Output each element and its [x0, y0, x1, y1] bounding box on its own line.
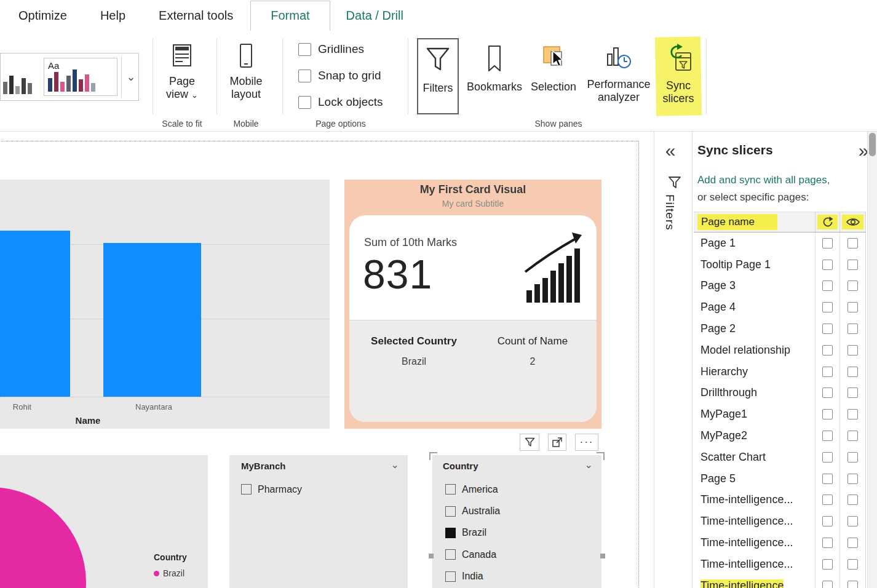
page-view-label: Page view — [166, 75, 195, 100]
unchecked-checkbox-icon[interactable] — [445, 571, 456, 582]
chevron-down-icon[interactable]: ⌄ — [585, 459, 593, 471]
visibility-checkbox[interactable] — [847, 452, 858, 463]
visibility-checkbox[interactable] — [847, 387, 858, 398]
selection-pane-button[interactable]: Selection — [526, 38, 581, 114]
sync-page-row: Time-intelligence... — [694, 532, 865, 554]
sync-checkbox[interactable] — [822, 280, 833, 291]
slicer-option-pharmacy[interactable]: Pharmacy — [241, 479, 403, 500]
chevron-down-icon[interactable]: ⌄ — [391, 459, 399, 471]
page-view-button[interactable]: Page view ⌄ — [161, 38, 203, 101]
visibility-checkbox[interactable] — [847, 260, 858, 270]
gallery-dropdown-button[interactable]: ⌄ — [122, 54, 140, 100]
vertical-scrollbar[interactable] — [867, 132, 877, 588]
sync-checkbox[interactable] — [822, 367, 833, 377]
tab-optimize[interactable]: Optimize — [18, 9, 67, 23]
visibility-checkbox[interactable] — [847, 367, 858, 377]
focus-mode-button[interactable] — [548, 434, 566, 451]
filters-pane-vertical-label[interactable]: Filters — [663, 194, 677, 231]
slicer-option-brazil[interactable]: Brazil — [445, 522, 597, 544]
visibility-checkbox[interactable] — [847, 474, 858, 484]
sync-checkbox[interactable] — [822, 409, 833, 419]
sync-checkbox[interactable] — [822, 302, 833, 312]
bookmarks-pane-button[interactable]: Bookmarks — [465, 38, 524, 114]
sync-slicers-pane-button[interactable]: Sync slicers — [658, 38, 699, 114]
sync-checkbox[interactable] — [822, 559, 833, 570]
bar-rohit[interactable] — [0, 231, 70, 397]
country-slicer-visual[interactable]: Country ⌄ AmericaAustraliaBrazilCanadaIn… — [432, 455, 601, 588]
sync-checkbox[interactable] — [822, 495, 833, 505]
page-name: Time-intelligence... — [700, 515, 793, 528]
selection-handle[interactable] — [600, 554, 605, 558]
visibility-checkbox[interactable] — [847, 431, 858, 441]
sync-page-row: Tooltip Page 1 — [694, 254, 865, 276]
double-chevron-left-icon: « — [665, 140, 676, 161]
sync-checkbox[interactable] — [822, 324, 833, 334]
unchecked-checkbox-icon[interactable] — [241, 484, 252, 495]
theme-thumbnail-1[interactable] — [3, 76, 32, 94]
sync-checkbox-cell — [815, 383, 839, 404]
sync-checkbox[interactable] — [822, 581, 833, 588]
sync-checkbox[interactable] — [822, 238, 833, 248]
performance-analyzer-pane-button[interactable]: Performance analyzer — [581, 38, 657, 114]
visibility-checkbox[interactable] — [847, 324, 858, 334]
visibility-checkbox[interactable] — [847, 280, 858, 291]
visibility-checkbox[interactable] — [847, 409, 858, 419]
filters-pane-button[interactable]: Filters — [417, 38, 459, 114]
slicer-option-america[interactable]: America — [445, 479, 597, 500]
tab-format[interactable]: Format — [250, 1, 330, 31]
visibility-checkbox[interactable] — [847, 581, 858, 588]
filter-icon[interactable] — [668, 176, 681, 192]
sync-checkbox[interactable] — [822, 387, 833, 398]
visibility-checkbox[interactable] — [847, 495, 858, 505]
tab-help[interactable]: Help — [100, 9, 125, 23]
slicer-option-canada[interactable]: Canada — [445, 544, 597, 565]
unchecked-checkbox-icon[interactable] — [445, 506, 456, 517]
sync-checkbox[interactable] — [822, 516, 833, 526]
visibility-checkbox[interactable] — [847, 302, 858, 312]
legend-item-brazil[interactable]: Brazil — [154, 568, 185, 578]
visibility-checkbox[interactable] — [847, 238, 858, 248]
collapse-pane-button[interactable]: « — [659, 140, 681, 161]
mouse-cursor — [552, 50, 565, 68]
tab-external-tools[interactable]: External tools — [159, 9, 233, 23]
option-snap-to-grid[interactable]: Snap to grid — [298, 67, 383, 84]
selection-handle[interactable] — [429, 554, 434, 558]
selection-handle[interactable] — [429, 452, 437, 460]
unchecked-checkbox-icon[interactable] — [445, 549, 456, 560]
pie-slice-brazil[interactable] — [0, 487, 86, 588]
bar-chart-visual[interactable]: Rohit Nayantara Name — [0, 180, 330, 429]
unchecked-checkbox-icon[interactable] — [445, 484, 456, 495]
page-name: MyPage1 — [700, 408, 747, 421]
scrollbar-thumb[interactable] — [869, 133, 876, 156]
branch-slicer-visual[interactable]: MyBranch ⌄ Pharmacy — [229, 455, 408, 588]
sync-checkbox[interactable] — [822, 260, 833, 270]
checkbox-icon[interactable] — [298, 96, 311, 109]
sync-checkbox[interactable] — [822, 474, 833, 484]
visibility-checkbox[interactable] — [847, 516, 858, 526]
sync-checkbox[interactable] — [822, 538, 833, 548]
slicer-option-india[interactable]: India — [445, 566, 597, 587]
theme-thumbnail-2[interactable]: Aa — [44, 58, 117, 96]
option-gridlines[interactable]: Gridlines — [298, 41, 383, 58]
checkbox-icon[interactable] — [298, 43, 311, 56]
checkbox-icon[interactable] — [298, 70, 311, 82]
slicer-option-australia[interactable]: Australia — [445, 500, 597, 522]
visibility-checkbox[interactable] — [847, 345, 858, 356]
card-visual[interactable]: My First Card Visual My card Subtitle Su… — [344, 180, 601, 429]
mobile-layout-button[interactable]: Mobile layout — [226, 38, 266, 101]
more-options-button[interactable]: ··· — [575, 434, 598, 451]
sync-checkbox[interactable] — [822, 345, 833, 356]
theme-gallery[interactable]: Aa ⌄ — [0, 53, 139, 101]
sync-checkbox[interactable] — [822, 431, 833, 441]
ribbon-separator — [706, 38, 707, 114]
filter-on-visual-button[interactable] — [520, 434, 539, 451]
option-lock-objects[interactable]: Lock objects — [298, 93, 383, 111]
pie-chart-visual[interactable]: Country Brazil — [0, 455, 208, 588]
visibility-checkbox[interactable] — [847, 559, 858, 570]
tab-data-drill[interactable]: Data / Drill — [346, 9, 403, 23]
sync-checkbox[interactable] — [822, 452, 833, 463]
bar-nayantara[interactable] — [103, 243, 201, 397]
checked-checkbox-icon[interactable] — [445, 528, 456, 538]
selection-handle[interactable] — [597, 452, 605, 460]
visibility-checkbox[interactable] — [847, 538, 858, 548]
